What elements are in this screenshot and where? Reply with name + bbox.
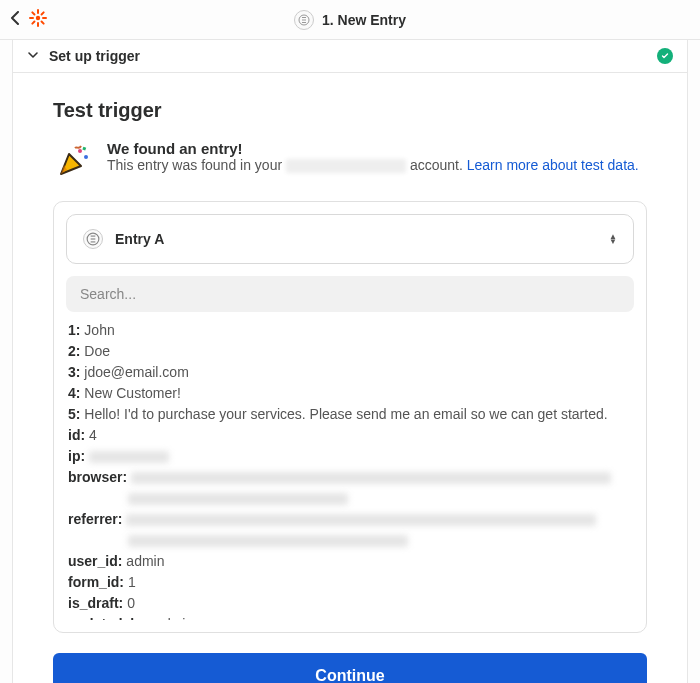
svg-rect-2 [37, 22, 39, 27]
entry-app-icon [83, 229, 103, 249]
top-bar: 1. New Entry [0, 0, 700, 40]
party-popper-icon [53, 140, 93, 183]
data-row: is_draft: 0 [66, 593, 634, 614]
data-row: 2: Doe [66, 341, 634, 362]
svg-rect-18 [91, 238, 96, 239]
data-row: referrer: [66, 509, 634, 551]
svg-rect-1 [37, 9, 39, 14]
step-title: 1. New Entry [322, 12, 406, 28]
svg-rect-10 [302, 17, 306, 18]
found-title: We found an entry! [107, 140, 639, 157]
sort-arrows-icon: ▲▼ [609, 234, 617, 244]
svg-point-14 [84, 155, 88, 159]
svg-rect-3 [29, 17, 34, 19]
trigger-panel: Set up trigger Test trigger We found an … [12, 40, 688, 683]
success-check-icon [657, 48, 673, 64]
redacted-value [126, 514, 596, 526]
svg-rect-17 [91, 236, 96, 237]
entry-select[interactable]: Entry A ▲▼ [66, 214, 634, 264]
svg-rect-6 [31, 20, 36, 25]
redacted-account [286, 159, 406, 173]
entry-data-list[interactable]: 1: John2: Doe3: jdoe@email.com4: New Cus… [66, 320, 634, 620]
data-row: form_id: 1 [66, 572, 634, 593]
continue-button[interactable]: Continue [53, 653, 647, 683]
svg-rect-11 [302, 19, 306, 20]
test-heading: Test trigger [53, 99, 647, 122]
entry-card: Entry A ▲▼ Search... 1: John2: Doe3: jdo… [53, 201, 647, 633]
data-row: 3: jdoe@email.com [66, 362, 634, 383]
chevron-down-icon [27, 48, 39, 64]
data-row: ip: [66, 446, 634, 467]
data-row: id: 4 [66, 425, 634, 446]
redacted-value [128, 535, 408, 547]
section-header[interactable]: Set up trigger [13, 40, 687, 73]
svg-point-0 [36, 16, 40, 20]
back-icon[interactable] [10, 11, 20, 29]
redacted-value [131, 472, 611, 484]
learn-more-link[interactable]: Learn more about test data. [467, 157, 639, 173]
svg-rect-8 [40, 20, 45, 25]
found-subtext: This entry was found in your account. Le… [107, 157, 639, 173]
svg-rect-15 [82, 147, 86, 151]
svg-rect-4 [42, 17, 47, 19]
data-row: 1: John [66, 320, 634, 341]
redacted-value [128, 493, 348, 505]
svg-point-13 [78, 149, 82, 153]
zapier-logo-icon [28, 8, 48, 31]
data-row: 4: New Customer! [66, 383, 634, 404]
data-row: updated_by: admin [66, 614, 634, 620]
svg-rect-7 [31, 11, 36, 16]
data-row: browser: [66, 467, 634, 509]
svg-rect-12 [302, 22, 306, 23]
data-row: user_id: admin [66, 551, 634, 572]
data-row: 5: Hello! I'd to purchase your services.… [66, 404, 634, 425]
search-input[interactable]: Search... [66, 276, 634, 312]
svg-point-9 [299, 15, 309, 25]
svg-rect-19 [91, 241, 96, 242]
entry-label: Entry A [115, 231, 164, 247]
section-title: Set up trigger [49, 48, 140, 64]
app-icon [294, 10, 314, 30]
svg-rect-5 [40, 11, 45, 16]
redacted-value [89, 451, 169, 463]
